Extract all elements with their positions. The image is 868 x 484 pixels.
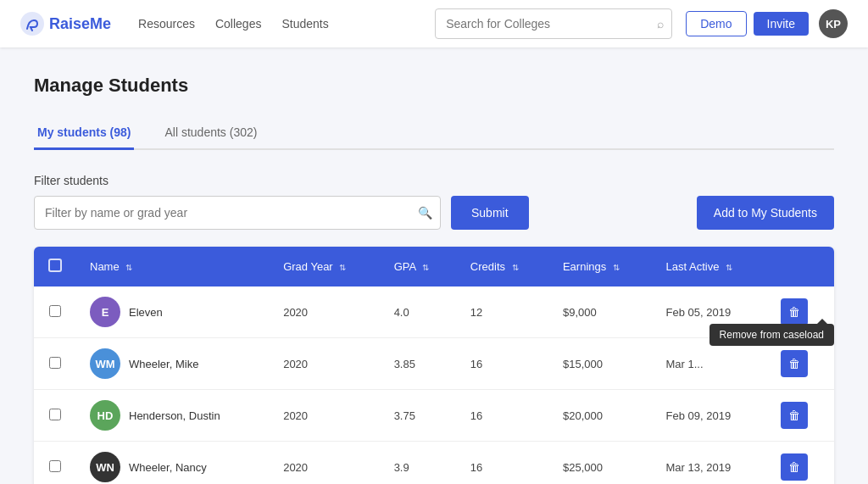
filter-search-icon: 🔍 [418, 206, 432, 220]
row-checkbox-3[interactable] [49, 409, 61, 420]
gpa-cell: 3.75 [381, 390, 457, 442]
nav-resources[interactable]: Resources [138, 17, 195, 31]
select-all-checkbox[interactable] [48, 259, 62, 272]
add-students-button[interactable]: Add to My Students [697, 196, 834, 230]
credits-sort-icon: ⇅ [512, 263, 519, 272]
student-name-cell: WM Wheeler, Mike [76, 338, 270, 390]
remove-caseload-button[interactable]: 🗑 [781, 453, 808, 481]
student-avatar: E [90, 297, 120, 327]
gpa-sort-icon: ⇅ [422, 263, 429, 272]
college-search-input[interactable] [435, 8, 672, 39]
tab-all-students[interactable]: All students (302) [161, 117, 260, 150]
col-checkbox [34, 247, 76, 287]
action-cell: 🗑 Remove from caseload [767, 287, 834, 338]
row-checkbox-cell [34, 442, 76, 485]
tabs: My students (98) All students (302) [34, 117, 834, 150]
grad-year-cell: 2020 [270, 287, 380, 338]
filter-input[interactable] [34, 196, 441, 230]
avatar[interactable]: KP [819, 9, 848, 38]
credits-cell: 16 [457, 442, 549, 485]
row-checkbox-cell [34, 287, 76, 338]
grad-year-sort-icon: ⇅ [339, 263, 346, 272]
tab-my-students[interactable]: My students (98) [34, 117, 134, 150]
col-gpa[interactable]: GPA ⇅ [381, 247, 457, 287]
student-name: Henderson, Dustin [129, 409, 220, 422]
gpa-cell: 3.9 [381, 442, 457, 485]
grad-year-cell: 2020 [270, 390, 380, 442]
remove-caseload-button[interactable]: 🗑 [781, 350, 808, 377]
students-table: Name ⇅ Grad Year ⇅ GPA ⇅ Credits ⇅ [34, 247, 834, 484]
col-last-active[interactable]: Last Active ⇅ [653, 247, 768, 287]
earnings-cell: $20,000 [549, 390, 653, 442]
nav-students[interactable]: Students [281, 17, 328, 31]
student-name: Wheeler, Mike [129, 358, 198, 370]
gpa-cell: 3.85 [381, 338, 457, 390]
student-avatar: WM [90, 348, 120, 379]
student-name: Wheeler, Nancy [129, 461, 207, 474]
filter-label: Filter students [34, 174, 834, 187]
col-action [767, 247, 834, 287]
main-content: Manage Students My students (98) All stu… [0, 47, 868, 484]
filter-row: 🔍 Submit Add to My Students [34, 196, 834, 230]
earnings-cell: $25,000 [549, 442, 653, 485]
table-header-row: Name ⇅ Grad Year ⇅ GPA ⇅ Credits ⇅ [34, 247, 834, 287]
table-row: E Eleven 2020 4.0 12 $9,000 Feb 05, 2019… [34, 287, 834, 338]
row-checkbox-cell [34, 390, 76, 442]
logo[interactable]: RaiseMe [20, 12, 111, 36]
remove-caseload-button[interactable]: 🗑 [781, 402, 808, 429]
filter-input-wrapper: 🔍 [34, 196, 441, 230]
student-avatar: WN [90, 452, 120, 482]
logo-text: RaiseMe [49, 15, 111, 33]
page-title: Manage Students [34, 75, 834, 97]
row-checkbox-1[interactable] [49, 305, 61, 317]
invite-button[interactable]: Invite [754, 12, 809, 36]
row-checkbox-4[interactable] [49, 460, 61, 472]
col-name[interactable]: Name ⇅ [76, 247, 270, 287]
table-row: HD Henderson, Dustin 2020 3.75 16 $20,00… [34, 390, 834, 442]
credits-cell: 12 [457, 287, 549, 338]
row-checkbox-2[interactable] [49, 357, 61, 369]
header: RaiseMe Resources Colleges Students ⌕ De… [0, 0, 868, 47]
student-name: Eleven [129, 306, 163, 319]
last-active-cell: Mar 13, 2019 [653, 442, 768, 485]
student-avatar: HD [90, 400, 120, 431]
students-table-container: Name ⇅ Grad Year ⇅ GPA ⇅ Credits ⇅ [34, 247, 834, 484]
student-name-cell: E Eleven [76, 287, 270, 338]
col-credits[interactable]: Credits ⇅ [457, 247, 549, 287]
filter-section: Filter students 🔍 Submit Add to My Stude… [34, 174, 834, 230]
student-name-cell: WN Wheeler, Nancy [76, 442, 270, 485]
table-body: E Eleven 2020 4.0 12 $9,000 Feb 05, 2019… [34, 287, 834, 484]
main-nav: Resources Colleges Students [138, 17, 329, 31]
remove-tooltip: Remove from caseload [709, 324, 834, 346]
name-sort-icon: ⇅ [125, 263, 132, 272]
action-cell: 🗑 [767, 390, 834, 442]
nav-colleges[interactable]: Colleges [215, 17, 261, 31]
submit-button[interactable]: Submit [451, 196, 529, 230]
earnings-cell: $15,000 [549, 338, 653, 390]
gpa-cell: 4.0 [381, 287, 457, 338]
earnings-cell: $9,000 [549, 287, 653, 338]
earnings-sort-icon: ⇅ [613, 263, 620, 272]
svg-point-0 [20, 12, 44, 36]
grad-year-cell: 2020 [270, 338, 380, 390]
row-checkbox-cell [34, 338, 76, 390]
college-search-wrapper: ⌕ [435, 8, 672, 39]
demo-button[interactable]: Demo [686, 11, 746, 36]
grad-year-cell: 2020 [270, 442, 380, 485]
col-grad-year[interactable]: Grad Year ⇅ [270, 247, 380, 287]
col-earnings[interactable]: Earnings ⇅ [549, 247, 653, 287]
last-active-cell: Feb 09, 2019 [653, 390, 768, 442]
last-active-sort-icon: ⇅ [726, 263, 732, 272]
search-icon: ⌕ [657, 17, 664, 31]
credits-cell: 16 [457, 338, 549, 390]
student-name-cell: HD Henderson, Dustin [76, 390, 270, 442]
action-cell: 🗑 [767, 442, 834, 485]
remove-caseload-button[interactable]: 🗑 [781, 298, 808, 325]
credits-cell: 16 [457, 390, 549, 442]
table-row: WN Wheeler, Nancy 2020 3.9 16 $25,000 Ma… [34, 442, 834, 485]
logo-icon [20, 12, 44, 36]
